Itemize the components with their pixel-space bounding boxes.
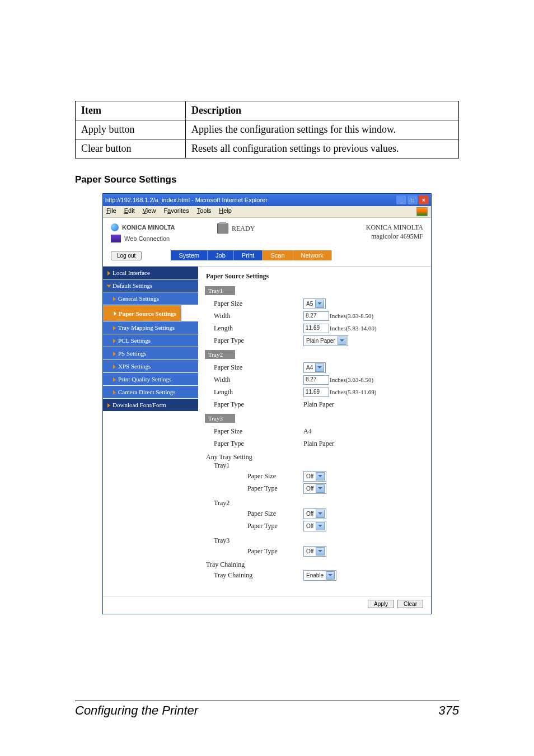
tray1-papersize-select[interactable]: A5 (303, 298, 326, 309)
page-number: 375 (438, 703, 459, 718)
sidebar-item-paper-source-settings[interactable]: Paper Source Settings (103, 305, 181, 321)
tray2-papersize-select[interactable]: A4 (303, 362, 326, 373)
tray3-heading: Tray3 (205, 414, 235, 423)
maximize-icon[interactable]: □ (407, 195, 418, 204)
menu-view[interactable]: View (143, 207, 156, 216)
content-pane: Paper Source Settings Tray1 Paper Size A… (198, 267, 431, 592)
cell-desc: Applies the configuration settings for t… (186, 120, 459, 139)
tray-chaining-heading: Tray Chaining (206, 561, 423, 569)
tray3-papersize-value: A4 (303, 427, 312, 436)
th-item: Item (76, 101, 186, 120)
sidebar-item-print-quality-settings[interactable]: Print Quality Settings (103, 373, 198, 386)
any-tray1-label: Tray1 (214, 461, 423, 470)
minimize-icon[interactable]: _ (396, 195, 406, 204)
cell-item: Apply button (76, 120, 186, 139)
sidebar-item-tray-mapping-settings[interactable]: Tray Mapping Settings (103, 321, 198, 334)
tab-bar: System Job Print Scan Network (171, 250, 331, 260)
chevron-down-icon (316, 472, 325, 480)
table-row: Apply button Applies the configuration s… (76, 120, 459, 139)
tray1-width-label: Width (214, 312, 303, 320)
tab-job[interactable]: Job (208, 250, 234, 260)
ie-throbber-icon (416, 207, 428, 216)
sidebar-item-pcl-settings[interactable]: PCL Settings (103, 334, 198, 347)
tray2-width-label: Width (214, 376, 303, 384)
chevron-down-icon (316, 547, 325, 556)
cell-item: Clear button (76, 139, 186, 158)
settings-table: Item Description Apply button Applies th… (75, 101, 459, 158)
any-tray2-papertype-select[interactable]: Off (303, 521, 326, 531)
any-tray2-papersize-label: Paper Size (247, 510, 303, 518)
th-desc: Description (186, 101, 459, 120)
tray1-width-input[interactable]: 8.27 (303, 311, 329, 321)
any-tray1-papertype-label: Paper Type (247, 484, 303, 493)
tray2-width-unit: Inches(3.63-8.50) (330, 376, 373, 383)
footer-title: Configuring the Printer (75, 703, 198, 718)
chevron-down-icon (316, 484, 325, 493)
printer-icon (217, 223, 228, 234)
tray2-papertype-value: Plain Paper (303, 400, 334, 409)
sidebar-item-local-interface[interactable]: Local Interface (103, 267, 198, 279)
tray3-papertype-label: Paper Type (214, 440, 303, 448)
status-ready: READY (217, 223, 273, 234)
menu-tools[interactable]: Tools (197, 207, 212, 216)
tab-network[interactable]: Network (293, 250, 332, 260)
tab-system[interactable]: System (171, 250, 208, 260)
tray1-length-unit: Inches(5.83-14.00) (330, 325, 377, 332)
device-info: KONICA MINOLTA magicolor 4695MF (273, 223, 423, 241)
any-tray2-papertype-label: Paper Type (247, 522, 303, 530)
any-tray1-papertype-select[interactable]: Off (303, 483, 326, 494)
logout-button[interactable]: Log out (111, 251, 142, 260)
brand-text: KONICA MINOLTA (122, 224, 175, 231)
tray1-heading: Tray1 (205, 286, 235, 295)
tray2-width-input[interactable]: 8.27 (303, 375, 329, 385)
tray2-papertype-label: Paper Type (214, 400, 303, 409)
tray1-length-input[interactable]: 11.69 (303, 324, 329, 333)
clear-button[interactable]: Clear (397, 600, 423, 608)
product-name: Web Connection (111, 235, 217, 242)
sidebar-item-ps-settings[interactable]: PS Settings (103, 347, 198, 360)
browser-window: http://192.168.1.2/a_index.html - Micros… (102, 193, 432, 614)
menu-file[interactable]: File (106, 207, 116, 216)
tray-chaining-label: Tray Chaining (214, 571, 303, 580)
window-title: http://192.168.1.2/a_index.html - Micros… (105, 197, 395, 203)
sidebar-item-default-settings[interactable]: Default Settings (103, 279, 198, 292)
any-tray-heading: Any Tray Setting (206, 453, 423, 461)
any-tray2-label: Tray2 (214, 499, 423, 507)
tab-scan[interactable]: Scan (263, 250, 293, 260)
pagescope-icon (111, 235, 121, 242)
tray1-length-label: Length (214, 324, 303, 333)
tray-chaining-select[interactable]: Enable (303, 570, 336, 581)
any-tray2-papersize-select[interactable]: Off (303, 508, 326, 519)
any-tray1-papersize-select[interactable]: Off (303, 471, 326, 482)
tray2-length-unit: Inches(5.83-11.69) (330, 389, 376, 395)
tray1-papertype-select[interactable]: Plain Paper (303, 335, 348, 346)
sidebar-item-camera-direct-settings[interactable]: Camera Direct Settings (103, 386, 198, 399)
tray2-length-input[interactable]: 11.69 (303, 388, 329, 397)
tray1-width-unit: Inches(3.63-8.50) (330, 312, 373, 319)
any-tray3-label: Tray3 (214, 536, 423, 545)
any-tray3-papertype-select[interactable]: Off (303, 546, 326, 557)
menu-favorites[interactable]: Favorites (163, 207, 189, 216)
tray1-papertype-label: Paper Type (214, 337, 303, 345)
chevron-down-icon (338, 337, 346, 345)
chevron-down-icon (315, 363, 324, 372)
section-heading: Paper Source Settings (75, 174, 459, 185)
sidebar-item-xps-settings[interactable]: XPS Settings (103, 360, 198, 373)
menu-edit[interactable]: Edit (124, 207, 135, 216)
tray2-papersize-label: Paper Size (214, 363, 303, 372)
tab-print[interactable]: Print (234, 250, 263, 260)
apply-button[interactable]: Apply (368, 600, 394, 608)
sidebar: Local Interface Default Settings General… (103, 267, 198, 592)
tray2-length-label: Length (214, 388, 303, 396)
chevron-down-icon (316, 510, 325, 518)
close-icon[interactable]: × (419, 195, 429, 204)
content-title: Paper Source Settings (206, 272, 423, 281)
menu-help[interactable]: Help (219, 207, 232, 216)
any-tray1-papersize-label: Paper Size (247, 472, 303, 480)
sidebar-item-download-font-form[interactable]: Download Font/Form (103, 399, 198, 412)
brand-logo: KONICA MINOLTA (111, 223, 217, 231)
menu-bar[interactable]: File Edit View Favorites Tools Help (103, 206, 431, 218)
tray3-papersize-label: Paper Size (214, 427, 303, 436)
cell-desc: Resets all configuration settings to pre… (186, 139, 459, 158)
sidebar-item-general-settings[interactable]: General Settings (103, 292, 198, 305)
